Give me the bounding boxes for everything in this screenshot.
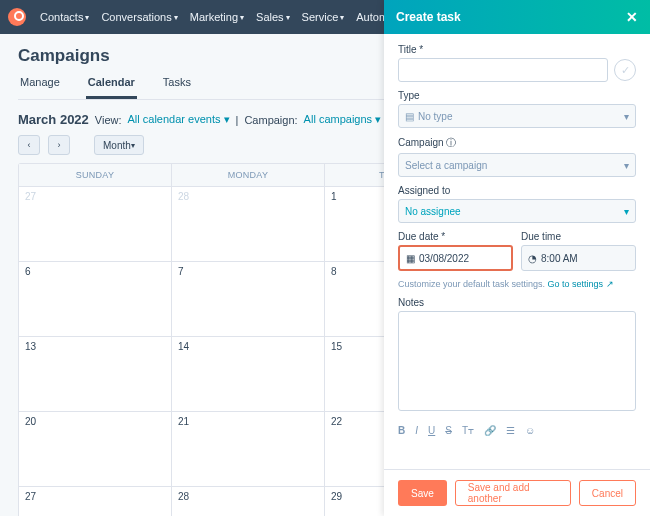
day-number: 8	[331, 266, 337, 277]
task-type-icon: ▤	[405, 111, 414, 122]
chevron-down-icon: ▾	[286, 13, 290, 22]
day-header: MONDAY	[172, 164, 325, 186]
confirm-title-icon[interactable]: ✓	[614, 59, 636, 81]
prev-button[interactable]: ‹	[18, 135, 40, 155]
notes-textarea[interactable]	[398, 311, 636, 411]
calendar-cell[interactable]: 21	[172, 412, 325, 486]
go-to-settings-link[interactable]: Go to settings ↗	[548, 279, 614, 289]
calendar-cell[interactable]: 28	[172, 487, 325, 516]
calendar-cell[interactable]: 27	[19, 187, 172, 261]
link-button[interactable]: 🔗	[484, 425, 496, 436]
separator: |	[236, 114, 239, 126]
due-date-input[interactable]: ▦ 03/08/2022	[398, 245, 513, 271]
strike-button[interactable]: S	[445, 425, 452, 436]
chevron-down-icon: ▾	[624, 111, 629, 122]
nav-conversations[interactable]: Conversations▾	[97, 11, 181, 23]
settings-hint: Customize your default task settings. Go…	[398, 279, 636, 289]
close-icon[interactable]: ✕	[626, 9, 638, 25]
campaign-select[interactable]: Select a campaign ▾	[398, 153, 636, 177]
assigned-label: Assigned to	[398, 185, 636, 196]
type-select[interactable]: ▤No type ▾	[398, 104, 636, 128]
campaign-label: Campaign:	[244, 114, 297, 126]
italic-button[interactable]: I	[415, 425, 418, 436]
chevron-down-icon: ▾	[624, 206, 629, 217]
nav-marketing[interactable]: Marketing▾	[186, 11, 248, 23]
tab-tasks[interactable]: Tasks	[161, 76, 193, 99]
due-date-label: Due date *	[398, 231, 513, 242]
cancel-button[interactable]: Cancel	[579, 480, 636, 506]
view-label: View:	[95, 114, 122, 126]
info-icon[interactable]: ⓘ	[446, 137, 456, 148]
save-and-add-another-button[interactable]: Save and add another	[455, 480, 571, 506]
list-button[interactable]: ☰	[506, 425, 515, 436]
nav-contacts[interactable]: Contacts▾	[36, 11, 93, 23]
panel-title: Create task	[396, 10, 461, 24]
external-link-icon: ↗	[606, 279, 614, 289]
clock-icon: ◔	[528, 253, 537, 264]
campaign-select[interactable]: All campaigns ▾	[304, 113, 382, 126]
tab-manage[interactable]: Manage	[18, 76, 62, 99]
save-button[interactable]: Save	[398, 480, 447, 506]
title-input[interactable]	[398, 58, 608, 82]
due-time-label: Due time	[521, 231, 636, 242]
chevron-down-icon: ▾	[85, 13, 89, 22]
current-month: March 2022	[18, 112, 89, 127]
create-task-panel: Create task ✕ Title * ✓ Type ▤No type ▾ …	[384, 0, 650, 516]
assigned-select[interactable]: No assignee ▾	[398, 199, 636, 223]
chevron-down-icon: ▾	[240, 13, 244, 22]
due-time-input[interactable]: ◔ 8:00 AM	[521, 245, 636, 271]
underline-button[interactable]: U	[428, 425, 435, 436]
chevron-down-icon: ▾	[131, 141, 135, 150]
emoji-button[interactable]: ☺	[525, 425, 535, 436]
type-label: Type	[398, 90, 636, 101]
panel-header: Create task ✕	[384, 0, 650, 34]
view-mode-button[interactable]: Month ▾	[94, 135, 144, 155]
chevron-down-icon: ▾	[174, 13, 178, 22]
text-size-button[interactable]: Tᴛ	[462, 425, 474, 436]
bold-button[interactable]: B	[398, 425, 405, 436]
campaign-label: Campaign ⓘ	[398, 136, 636, 150]
panel-footer: Save Save and add another Cancel	[384, 469, 650, 516]
notes-label: Notes	[398, 297, 636, 308]
tab-calendar[interactable]: Calendar	[86, 76, 137, 99]
chevron-down-icon: ▾	[340, 13, 344, 22]
calendar-cell[interactable]: 6	[19, 262, 172, 336]
calendar-cell[interactable]: 27	[19, 487, 172, 516]
calendar-cell[interactable]: 7	[172, 262, 325, 336]
calendar-cell[interactable]: 13	[19, 337, 172, 411]
view-select[interactable]: All calendar events ▾	[128, 113, 230, 126]
hubspot-logo-icon[interactable]	[8, 8, 26, 26]
calendar-icon: ▦	[406, 253, 415, 264]
rich-text-toolbar: B I U S Tᴛ 🔗 ☰ ☺	[398, 419, 636, 442]
calendar-cell[interactable]: 20	[19, 412, 172, 486]
nav-service[interactable]: Service▾	[298, 11, 349, 23]
nav-sales[interactable]: Sales▾	[252, 11, 294, 23]
chevron-down-icon: ▾	[624, 160, 629, 171]
day-header: SUNDAY	[19, 164, 172, 186]
calendar-cell[interactable]: 28	[172, 187, 325, 261]
title-label: Title *	[398, 44, 636, 55]
calendar-cell[interactable]: 14	[172, 337, 325, 411]
next-button[interactable]: ›	[48, 135, 70, 155]
